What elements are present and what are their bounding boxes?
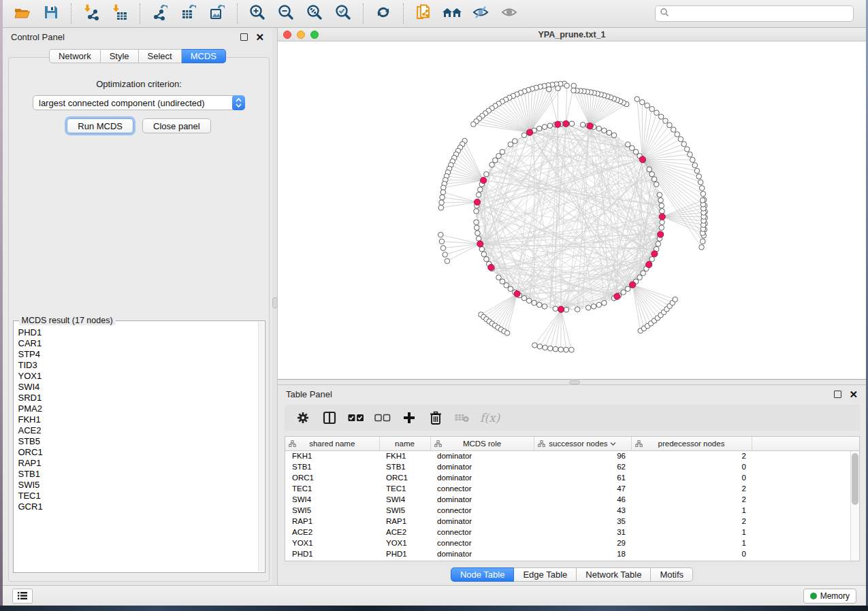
select-all-rows-icon[interactable] [347,409,365,427]
table-cell: 1 [631,527,752,538]
open-file-button[interactable] [10,3,35,24]
toolbar-separator [71,3,71,24]
table-row[interactable]: ORC1ORC1dominator610 [285,472,859,483]
table-cell: PHD1 [379,548,430,559]
export-image-button[interactable] [204,3,230,24]
table-row[interactable]: YOX1YOX1connector291 [285,538,859,548]
horizontal-splitter[interactable] [278,380,866,385]
zoom-out-icon [277,3,295,24]
close-panel-icon[interactable]: ✕ [255,33,264,41]
result-list-item[interactable]: PHD1 [14,327,258,338]
table-cell: FKH1 [379,450,430,461]
column-header-name[interactable]: name [379,437,430,450]
tab-edge-table[interactable]: Edge Table [514,567,577,582]
result-list-item[interactable]: SWI4 [14,382,258,393]
control-panel-tabs: NetworkStyleSelectMCDS [3,49,272,63]
zoom-out-button[interactable] [273,3,299,24]
search-field[interactable] [655,5,854,22]
result-list-scrollbar[interactable] [258,322,264,572]
refresh-button[interactable] [370,3,396,24]
tab-node-table[interactable]: Node Table [451,567,515,582]
export-network-button[interactable] [147,3,173,24]
memory-button[interactable]: Memory [803,589,856,604]
mcds-result-list[interactable]: PHD1CAR1STP4TID3YOX1SWI4SRD1PMA2FKH1ACE2… [14,322,258,572]
delete-column-icon[interactable] [427,409,445,427]
save-session-button[interactable] [38,3,64,24]
table-cell: 0 [631,472,752,483]
column-header-mcds-role[interactable]: MCDS role [430,437,534,450]
column-header-shared-name[interactable]: shared name [285,437,379,450]
hide-selected-button[interactable] [468,3,494,24]
result-list-item[interactable]: ACE2 [14,425,258,436]
result-list-item[interactable]: CAR1 [14,338,258,349]
tab-select[interactable]: Select [139,49,182,63]
new-network-from-selection-button[interactable] [411,3,436,24]
result-list-item[interactable]: SWI5 [14,480,258,491]
table-row[interactable]: ACE2ACE2connector311 [285,527,859,538]
table-row[interactable]: FKH1FKH1dominator962 [285,450,859,461]
tab-motifs[interactable]: Motifs [651,567,693,582]
result-list-item[interactable]: RAP1 [14,458,258,469]
table-cell [752,461,859,472]
search-input[interactable] [672,9,849,18]
result-list-item[interactable]: STB1 [14,469,258,480]
result-list-item[interactable]: TID3 [14,360,258,371]
result-list-item[interactable]: FKH1 [14,414,258,425]
optimization-criterion-select[interactable]: largest connected component (undirected) [33,95,245,110]
show-all-button[interactable] [496,3,522,24]
function-builder-icon[interactable]: f(x) [480,411,500,425]
float-window-icon[interactable] [834,391,841,398]
table-cell: 61 [534,472,631,483]
table-row[interactable]: SWI4SWI4dominator462 [285,494,859,505]
deselect-all-rows-icon[interactable] [374,409,391,427]
run-mcds-button[interactable]: Run MCDS [67,118,133,133]
tab-network[interactable]: Network [49,49,101,63]
splitter-handle[interactable] [569,380,580,384]
import-network-button[interactable] [78,3,104,24]
fit-content-button[interactable] [302,3,327,24]
result-list-item[interactable]: TEC1 [14,491,258,501]
table-cell: 96 [534,450,631,461]
zoom-in-button[interactable] [244,3,270,24]
table-cell: RAP1 [379,516,430,527]
column-header-predecessor-nodes[interactable]: predecessor nodes [631,437,752,450]
tab-network-table[interactable]: Network Table [577,567,651,582]
fit-selected-button[interactable] [330,3,356,24]
table-scrollbar-thumb[interactable] [852,453,858,505]
result-list-item[interactable]: GCR1 [14,501,258,512]
result-list-item[interactable]: ORC1 [14,447,258,458]
result-list-item[interactable]: SRD1 [14,393,258,403]
table-row[interactable]: SWI5SWI5connector431 [285,505,859,516]
float-window-icon[interactable] [240,33,248,41]
first-neighbors-button[interactable] [439,3,465,24]
import-table-button[interactable] [107,3,133,24]
add-column-icon[interactable] [400,409,418,427]
dropdown-stepper-icon [232,95,245,110]
result-list-item[interactable]: PMA2 [14,403,258,414]
export-table-button[interactable] [176,3,202,24]
splitter-handle[interactable] [272,297,278,308]
clear-table-icon[interactable] [453,409,471,427]
export-image-icon [208,3,226,24]
table-row[interactable]: STB1STB1dominator620 [285,461,859,472]
table-options-icon[interactable] [294,409,312,427]
table-scrollbar[interactable] [850,451,859,561]
toolbar-separator [403,3,404,24]
table-row[interactable]: PHD1PHD1dominator180 [285,548,859,559]
task-history-button[interactable] [12,589,33,604]
table-cell: ORC1 [285,472,379,483]
column-visibility-icon[interactable] [321,409,338,427]
tab-mcds[interactable]: MCDS [182,49,226,63]
close-panel-icon[interactable]: ✕ [849,391,858,398]
vertical-splitter[interactable] [272,28,278,585]
network-canvas[interactable] [278,42,866,379]
result-list-item[interactable]: STB5 [14,436,258,447]
table-row[interactable]: TEC1TEC1connector472 [285,483,859,494]
tab-style[interactable]: Style [101,49,139,63]
result-list-item[interactable]: STP4 [14,349,258,360]
result-list-item[interactable]: YOX1 [14,371,258,382]
close-panel-button[interactable]: Close panel [142,118,211,133]
table-cell: 2 [631,494,752,505]
table-row[interactable]: RAP1RAP1dominator352 [285,516,859,527]
column-header-successor-nodes[interactable]: successor nodes [534,437,631,450]
